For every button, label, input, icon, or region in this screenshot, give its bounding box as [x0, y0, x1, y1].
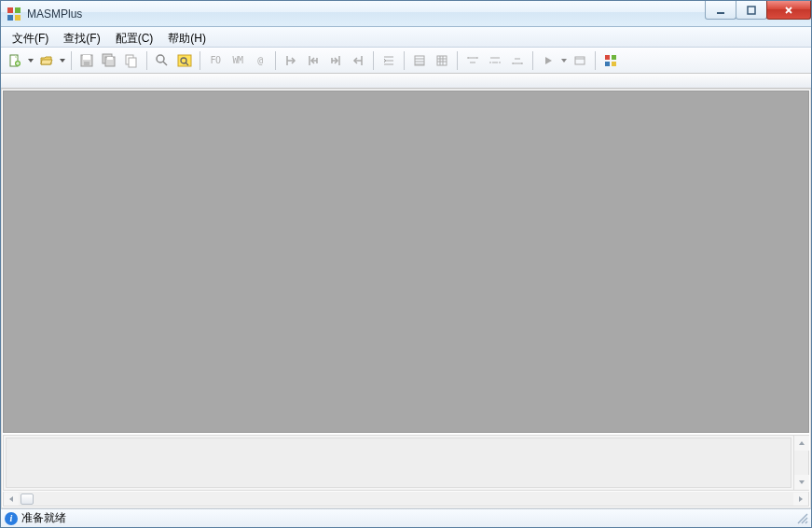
indent-button[interactable] — [378, 50, 399, 71]
app-icon — [7, 7, 21, 21]
scroll-up-arrow[interactable] — [794, 436, 809, 451]
align-3-button[interactable] — [507, 50, 528, 71]
bookmark-next-button[interactable] — [325, 50, 346, 71]
status-text: 准备就绪 — [21, 510, 66, 526]
svg-point-16 — [157, 55, 164, 63]
svg-rect-2 — [7, 15, 13, 21]
wm-button[interactable]: WM — [227, 50, 248, 71]
svg-rect-23 — [612, 55, 616, 60]
maximize-button[interactable] — [736, 1, 767, 20]
open-file-button[interactable] — [36, 50, 57, 71]
toolbar-separator — [275, 51, 276, 70]
horizontal-scrollbar[interactable] — [3, 492, 809, 507]
bookmark-start-button[interactable] — [281, 50, 301, 71]
find-button[interactable] — [152, 50, 172, 71]
menu-help[interactable]: 帮助(H) — [160, 27, 213, 47]
copy-button[interactable] — [121, 50, 142, 71]
scroll-right-arrow[interactable] — [793, 493, 808, 506]
app-window: MASMPlus 文件(F) 查找(F) 配置(C) 帮助(H) — [0, 0, 812, 528]
grid-1-button[interactable] — [409, 50, 430, 71]
info-icon: i — [5, 512, 18, 525]
svg-rect-20 — [437, 56, 447, 65]
resize-grip[interactable] — [796, 512, 809, 525]
document-tabstrip[interactable] — [1, 74, 811, 89]
toolbar-separator — [404, 51, 405, 70]
menu-search[interactable]: 查找(F) — [56, 27, 107, 47]
svg-rect-15 — [129, 58, 136, 67]
output-panel — [3, 435, 809, 491]
titlebar[interactable]: MASMPlus — [1, 1, 811, 27]
output-vertical-scrollbar[interactable] — [793, 436, 808, 490]
align-1-button[interactable] — [462, 50, 483, 71]
toolbar-separator — [146, 51, 147, 70]
toolbar-separator — [373, 51, 374, 70]
toolbar-separator — [595, 51, 596, 70]
minimize-button[interactable] — [705, 1, 736, 20]
toolbar: FO WM @ — [1, 48, 811, 74]
svg-rect-25 — [612, 62, 616, 66]
editor-area[interactable] — [3, 90, 809, 433]
window-title: MASMPlus — [27, 7, 82, 21]
svg-rect-9 — [83, 55, 90, 60]
toolbar-separator — [532, 51, 533, 70]
toolbar-separator — [200, 51, 200, 70]
statusbar: i 准备就绪 — [1, 508, 811, 527]
svg-rect-5 — [748, 7, 755, 14]
save-all-button[interactable] — [99, 50, 119, 71]
menubar: 文件(F) 查找(F) 配置(C) 帮助(H) — [1, 27, 811, 48]
bookmark-end-button[interactable] — [348, 50, 368, 71]
save-button[interactable] — [76, 50, 97, 71]
open-file-dropdown[interactable] — [59, 58, 66, 63]
svg-rect-10 — [84, 62, 89, 66]
svg-rect-22 — [605, 55, 610, 60]
svg-rect-4 — [717, 12, 724, 14]
fo-button[interactable]: FO — [205, 50, 226, 71]
menu-file[interactable]: 文件(F) — [5, 27, 56, 47]
window-controls — [706, 1, 811, 20]
grid-2-button[interactable] — [432, 50, 452, 71]
toolbar-separator — [71, 51, 72, 70]
close-button[interactable] — [766, 1, 811, 20]
output-content[interactable] — [6, 438, 791, 488]
run-dropdown[interactable] — [560, 58, 568, 63]
align-2-button[interactable] — [485, 50, 505, 71]
panels-button[interactable] — [600, 50, 621, 71]
svg-rect-1 — [15, 7, 21, 13]
bookmark-prev-button[interactable] — [303, 50, 323, 71]
scroll-left-arrow[interactable] — [4, 493, 19, 506]
scroll-thumb[interactable] — [21, 493, 34, 505]
window-button[interactable] — [570, 50, 590, 71]
svg-rect-17 — [178, 55, 191, 66]
svg-rect-3 — [15, 15, 21, 21]
svg-rect-13 — [107, 57, 113, 60]
new-file-button[interactable] — [5, 50, 25, 71]
new-file-dropdown[interactable] — [27, 58, 34, 63]
run-button[interactable] — [538, 50, 558, 71]
svg-rect-21 — [575, 57, 585, 64]
svg-rect-0 — [7, 7, 13, 13]
svg-rect-24 — [605, 62, 610, 66]
find-highlight-button[interactable] — [174, 50, 195, 71]
workspace — [1, 89, 811, 508]
at-button[interactable]: @ — [250, 50, 270, 71]
scroll-down-arrow[interactable] — [794, 475, 809, 490]
toolbar-separator — [457, 51, 458, 70]
menu-config[interactable]: 配置(C) — [108, 27, 161, 47]
